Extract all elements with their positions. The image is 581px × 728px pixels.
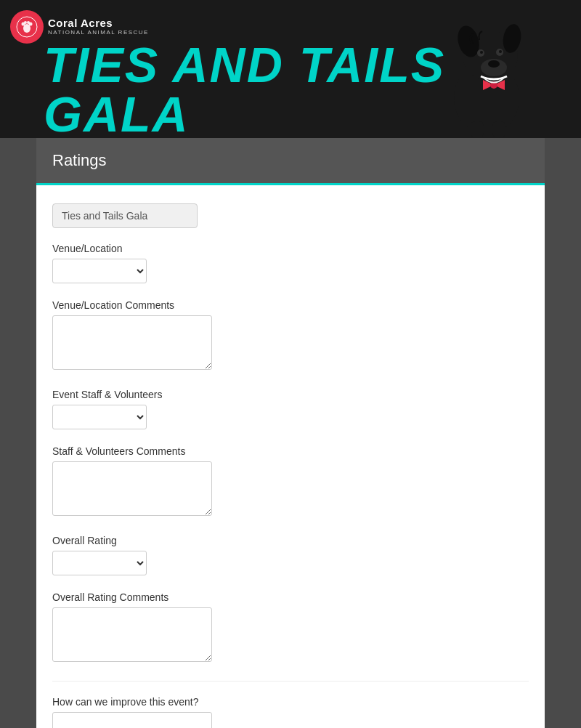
svg-rect-17 xyxy=(492,121,505,137)
overall-rating-group: Overall Rating 1 2 3 4 5 xyxy=(52,535,529,575)
event-staff-label: Event Staff & Volunteers xyxy=(52,389,529,400)
svg-point-14 xyxy=(480,51,483,54)
ratings-header: Ratings xyxy=(36,138,545,185)
event-staff-select[interactable]: 1 2 3 4 5 xyxy=(52,405,147,429)
main-content: Ratings Ties and Tails Gala Venue/Locati… xyxy=(36,138,545,728)
staff-comments-label: Staff & Volunteers Comments xyxy=(52,445,529,457)
venue-location-group: Venue/Location 1 2 3 4 5 xyxy=(52,243,529,283)
svg-point-5 xyxy=(27,21,30,24)
ratings-title: Ratings xyxy=(52,151,529,170)
svg-point-11 xyxy=(488,60,500,68)
improve-group: How can we improve this event? xyxy=(52,696,529,728)
improve-textarea[interactable] xyxy=(52,712,212,728)
logo-text: Coral Acres National Animal Rescue xyxy=(48,17,149,36)
venue-location-select[interactable]: 1 2 3 4 5 xyxy=(52,259,147,283)
venue-location-label: Venue/Location xyxy=(52,243,529,254)
overall-comments-label: Overall Rating Comments xyxy=(52,591,529,603)
staff-comments-textarea[interactable] xyxy=(52,461,212,516)
form-content: Ties and Tails Gala Venue/Location 1 2 3… xyxy=(36,185,545,728)
svg-point-15 xyxy=(499,50,502,53)
overall-rating-label: Overall Rating xyxy=(52,535,529,546)
event-staff-group: Event Staff & Volunteers 1 2 3 4 5 xyxy=(52,389,529,429)
logo-name: Coral Acres xyxy=(48,17,149,30)
venue-comments-label: Venue/Location Comments xyxy=(52,299,529,311)
logo-circle xyxy=(10,10,44,44)
banner-dog-image xyxy=(414,0,559,138)
overall-comments-textarea[interactable] xyxy=(52,607,212,662)
logo-subtitle: National Animal Rescue xyxy=(48,30,149,36)
staff-comments-group: Staff & Volunteers Comments xyxy=(52,445,529,519)
overall-comments-group: Overall Rating Comments xyxy=(52,591,529,665)
overall-rating-select[interactable]: 1 2 3 4 5 xyxy=(52,551,147,575)
svg-point-4 xyxy=(24,21,27,24)
header-banner: Coral Acres National Animal Rescue TIES … xyxy=(0,0,581,138)
svg-rect-16 xyxy=(471,121,484,137)
venue-comments-textarea[interactable] xyxy=(52,315,212,370)
improve-label: How can we improve this event? xyxy=(52,696,529,708)
event-name-field: Ties and Tails Gala xyxy=(52,203,198,228)
divider xyxy=(52,681,529,682)
venue-comments-group: Venue/Location Comments xyxy=(52,299,529,373)
